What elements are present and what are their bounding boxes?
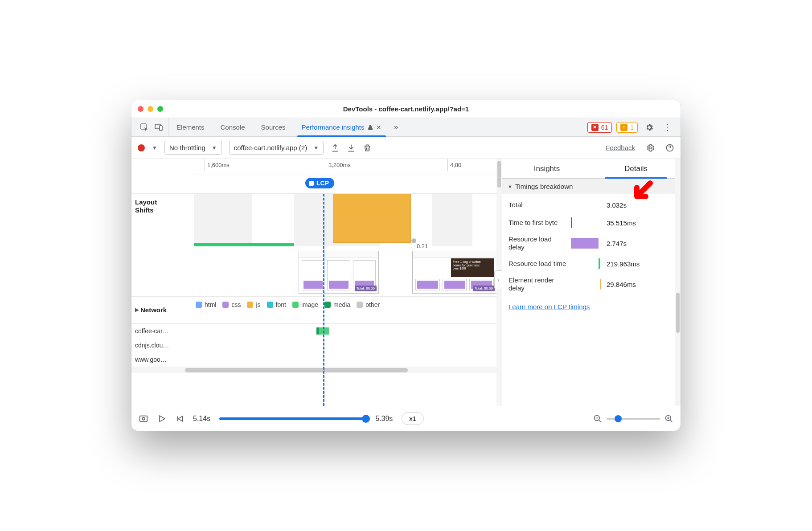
legend-font: font [267, 301, 286, 308]
legend-media: media [324, 301, 350, 308]
legend-js: js [247, 301, 260, 308]
zoom-slider[interactable] [607, 418, 660, 420]
tab-sources[interactable]: Sources [253, 118, 294, 136]
error-icon: ✕ [591, 124, 599, 131]
close-tab-icon[interactable]: ✕ [376, 124, 381, 131]
feedback-link[interactable]: Feedback [606, 144, 635, 151]
timeline-ruler[interactable]: 1,600ms 3,200ms 4,80 LCP [131, 159, 502, 194]
zoom-in-icon[interactable] [664, 414, 673, 423]
timing-row-ttfb: Time to first byte 35.515ms [502, 214, 681, 232]
tab-details[interactable]: Details [591, 159, 681, 178]
inspect-element-icon[interactable] [139, 123, 149, 132]
vertical-scrollbar[interactable] [675, 159, 681, 406]
network-row[interactable]: cdnjs.clou… [131, 338, 502, 352]
warnings-pill[interactable]: ! 1 [616, 122, 638, 133]
cls-bar [194, 243, 252, 246]
cls-marker[interactable] [411, 238, 416, 243]
learn-more-link[interactable]: Learn more on LCP timings [509, 303, 590, 310]
details-tabs: Insights Details [502, 159, 681, 179]
cls-value: 0.21 [417, 243, 428, 249]
playback-footer: 5.14s 5.39s x1 [131, 406, 681, 431]
throttling-value: No throttling [169, 144, 205, 151]
tabstrip-right: ✕ 61 ! 1 ⋮ [587, 118, 677, 136]
insights-toolbar: ▼ No throttling ▼ coffee-cart.netlify.ap… [131, 137, 681, 159]
help-icon[interactable] [665, 143, 674, 152]
network-host: cdnjs.clou… [131, 339, 194, 352]
tab-console[interactable]: Console [213, 118, 253, 136]
more-tabs-button[interactable]: » [390, 118, 403, 136]
delete-icon[interactable] [363, 143, 372, 152]
svg-rect-5 [140, 416, 148, 421]
layout-shifts-row: Layout Shifts 0.21 Total: [131, 194, 502, 297]
tab-performance-insights[interactable]: Performance insights ✕ [294, 118, 390, 136]
errors-pill[interactable]: ✕ 61 [587, 122, 612, 133]
timeline-pane: 1,600ms 3,200ms 4,80 LCP Layout Shifts [131, 159, 502, 406]
collapse-icon: ▼ [508, 184, 513, 189]
total-badge: Total: $0.00 [473, 286, 495, 291]
network-row[interactable]: www.goo… [131, 352, 502, 367]
learn-more: Learn more on LCP timings [502, 298, 681, 320]
toolbar-actions [331, 143, 372, 152]
network-row[interactable]: coffee-car… [131, 324, 502, 338]
filmstrip-frame[interactable]: Total: $0.00 [299, 251, 379, 294]
layout-shifts-track[interactable]: 0.21 Total: $0.00 Free 1 bag of coffee b… [194, 194, 502, 296]
export-icon[interactable] [331, 143, 340, 152]
record-menu-caret[interactable]: ▼ [152, 145, 157, 151]
track-shade [432, 194, 472, 246]
track-shade [194, 194, 252, 246]
errors-count: 61 [601, 124, 608, 131]
devtools-window: DevTools - coffee-cart.netlify.app/?ad=1… [131, 100, 681, 431]
lcp-square-icon [309, 181, 314, 186]
window-controls [138, 106, 163, 112]
speed-select[interactable]: x1 [402, 412, 424, 425]
maximize-window-button[interactable] [157, 106, 163, 112]
close-window-button[interactable] [138, 106, 144, 112]
timings-list: Total 3.032s Time to first byte 35.515ms… [502, 194, 681, 298]
play-icon[interactable] [157, 414, 166, 423]
total-time: 5.39s [375, 415, 393, 423]
timing-row-total: Total 3.032s [502, 196, 681, 214]
zoom-out-icon[interactable] [593, 414, 602, 423]
main-split: 1,600ms 3,200ms 4,80 LCP Layout Shifts [131, 159, 681, 406]
network-label[interactable]: ▶ Network [131, 297, 194, 323]
timing-row-render-delay: Element render delay 29.846ms [502, 273, 681, 296]
expand-icon: ▶ [135, 307, 139, 313]
minimize-window-button[interactable] [148, 106, 153, 112]
lcp-marker[interactable]: LCP [305, 178, 334, 188]
promo-text: Free 1 bag of coffee beans for purchase … [451, 258, 494, 277]
network-host: coffee-car… [131, 325, 194, 338]
window-title: DevTools - coffee-cart.netlify.app/?ad=1 [131, 105, 681, 113]
panel-tabs: Elements Console Sources Performance ins… [168, 118, 390, 136]
legend-other: other [357, 301, 380, 308]
panel-settings-icon[interactable] [643, 143, 657, 152]
timing-row-load-time: Resource load time 219.963ms [502, 255, 681, 273]
settings-icon[interactable] [642, 123, 656, 132]
record-button[interactable] [138, 144, 145, 151]
js-task-block[interactable] [333, 194, 411, 243]
inspect-tools [135, 118, 168, 136]
rewind-icon[interactable] [175, 414, 184, 423]
throttling-select[interactable]: No throttling ▼ [164, 141, 222, 155]
caret-down-icon: ▼ [313, 145, 319, 151]
device-toolbar-icon[interactable] [154, 123, 164, 132]
svg-point-3 [649, 147, 652, 149]
ruler-tick: 1,600ms [207, 162, 230, 168]
target-select[interactable]: coffee-cart.netlify.app (2) ▼ [229, 141, 324, 155]
tab-insights[interactable]: Insights [502, 159, 591, 178]
more-options-icon[interactable]: ⋮ [661, 123, 674, 132]
target-value: coffee-cart.netlify.app (2) [234, 144, 308, 151]
network-rows: coffee-car… cdnjs.clou… www.goo… [131, 324, 502, 367]
playback-slider[interactable] [219, 417, 366, 420]
network-header-row: ▶ Network html css js font image media o… [131, 297, 502, 324]
preview-icon[interactable] [139, 414, 148, 424]
import-icon[interactable] [347, 143, 356, 152]
warning-icon: ! [620, 124, 627, 131]
warnings-count: 1 [630, 124, 634, 131]
network-legend: html css js font image media other [194, 297, 502, 313]
timings-breakdown-header[interactable]: ▼ Timings breakdown [502, 179, 681, 194]
tab-elements[interactable]: Elements [168, 118, 213, 136]
collapse-sidebar-button[interactable]: › [494, 270, 502, 289]
horizontal-scrollbar[interactable] [131, 367, 502, 373]
total-badge: Total: $0.00 [355, 286, 377, 291]
filmstrip-frame[interactable]: Free 1 bag of coffee beans for purchase … [412, 251, 497, 294]
